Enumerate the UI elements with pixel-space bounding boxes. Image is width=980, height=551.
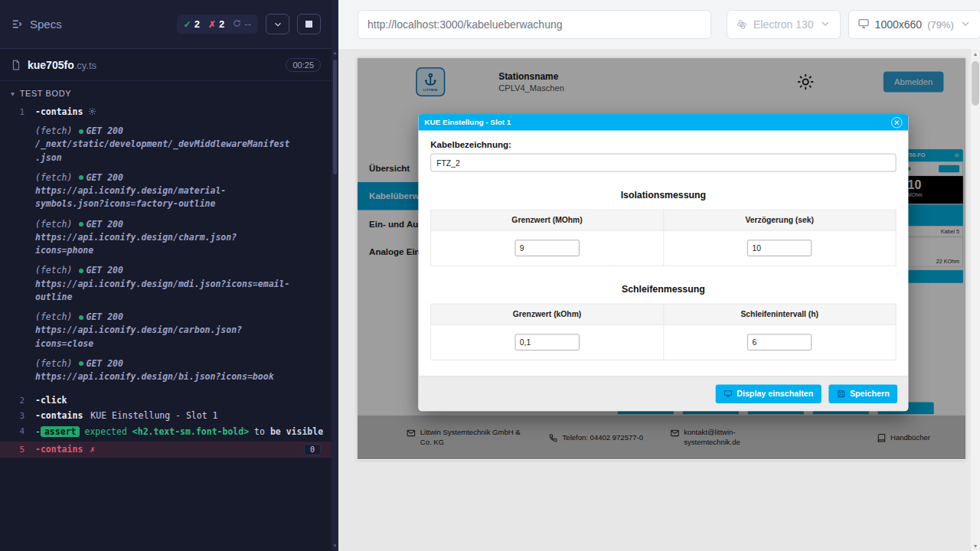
aut-viewport: LITTWIN Stationsname CPLV4_Maschen Abmel… [338, 49, 971, 551]
test-body-toggle[interactable]: ▾ TEST BODY [0, 81, 332, 103]
viewport-icon [858, 18, 870, 32]
scrollbar-thumb[interactable] [333, 60, 337, 174]
status-dot-icon [79, 129, 83, 134]
column-header: Grenzwert (MOhm) [431, 210, 664, 230]
reporter-header: Specs ✓2 ✗2 -- [0, 0, 332, 49]
command-click: -click [35, 395, 67, 406]
scrollbar-thumb[interactable] [972, 61, 979, 106]
fetch-log[interactable]: (fetch)GET 200 https://api.iconify.desig… [35, 357, 324, 384]
aut-scrollbar[interactable]: ▲ ▼ [971, 49, 980, 551]
status-dot-icon [79, 175, 83, 180]
specs-label: Specs [30, 18, 62, 31]
scroll-up-icon[interactable]: ▲ [971, 51, 980, 57]
assert-element: <h2.text-sm.font-bold> [132, 426, 249, 437]
cypress-reporter: Specs ✓2 ✗2 -- kue705fo.cy.ts 00:25 ▾ TE… [0, 0, 332, 551]
kue-app: LITTWIN Stationsname CPLV4_Maschen Abmel… [358, 58, 965, 459]
stat-failed: ✗2 [208, 18, 224, 30]
refresh-icon [233, 18, 241, 30]
stat-pending: -- [233, 18, 251, 30]
isolation-table: Grenzwert (MOhm) Verzögerung (sek) [430, 210, 896, 266]
electron-icon [736, 18, 748, 31]
command-log: 1 -contains (fetch)GET 200 /_next/static… [0, 103, 332, 551]
monitor-icon [724, 390, 733, 399]
iso-delay-input[interactable] [747, 240, 812, 256]
loop-table: Grenzwert (kOhm) Schleifenintervall (h) [430, 304, 896, 360]
isolation-section-title: Isolationsmessung [430, 190, 896, 201]
display-on-button[interactable]: Display einschalten [715, 384, 821, 403]
chevron-down-icon [819, 18, 831, 32]
address-bar: Electron 130 1000x660 (79%) [338, 0, 980, 49]
fetch-log[interactable]: (fetch)GET 200 https://api.iconify.desig… [35, 311, 324, 350]
command-row[interactable]: 3 -containsKUE Einstellung - Slot 1 [0, 408, 332, 423]
collapse-all-button[interactable] [266, 14, 289, 34]
column-header: Verzögerung (sek) [663, 210, 896, 230]
command-contains: -contains [35, 410, 83, 421]
viewport-select[interactable]: 1000x660 (79%) [848, 10, 980, 39]
spec-file-icon [11, 60, 21, 70]
status-dot-icon [79, 269, 83, 273]
gear-icon [88, 107, 96, 118]
url-input[interactable] [358, 10, 711, 39]
kue-settings-modal: KUE Einstellung - Slot 1 Kabelbezeichnun… [418, 114, 908, 411]
command-argument: KUE Einstellung - Slot 1 [90, 410, 217, 421]
scroll-down-icon[interactable]: ▼ [332, 543, 338, 548]
fetch-log[interactable]: (fetch)GET 200 /_next/static/development… [35, 125, 324, 165]
stat-passed: ✓2 [184, 18, 200, 30]
assert-badge: assert [41, 426, 80, 437]
status-dot-icon [79, 222, 83, 227]
cable-name-label: Kabelbezeichnung: [430, 139, 896, 149]
fetch-log[interactable]: (fetch)GET 200 https://api.iconify.desig… [35, 171, 324, 211]
check-icon: ✓ [184, 19, 191, 30]
modal-body: Kabelbezeichnung: Isolationsmessung Gren… [418, 130, 908, 411]
specs-toggle[interactable]: Specs [11, 18, 62, 31]
command-row[interactable]: 2 -click [0, 393, 332, 408]
command-contains: -contains [35, 106, 83, 117]
retry-count-badge: 0 [304, 444, 321, 455]
zoom-level: (79%) [927, 19, 954, 31]
status-dot-icon [79, 361, 83, 366]
reporter-scrollbar[interactable]: ▲ ▼ [332, 0, 338, 551]
column-header: Grenzwert (kOhm) [431, 304, 664, 324]
save-button[interactable]: Speichern [828, 384, 897, 403]
scroll-up-icon[interactable]: ▲ [332, 51, 338, 55]
loop-limit-input[interactable] [514, 334, 579, 350]
spec-name: kue705fo.cy.ts [28, 59, 96, 71]
command-row-failed[interactable]: 5 -contains ✗ 0 [0, 442, 332, 458]
scroll-down-icon[interactable]: ▼ [971, 543, 980, 549]
modal-title-bar: KUE Einstellung - Slot 1 [418, 114, 908, 130]
iso-limit-input[interactable] [514, 240, 579, 256]
fetch-log[interactable]: (fetch)GET 200 https://api.iconify.desig… [35, 264, 324, 304]
fail-x-icon: ✗ [90, 444, 95, 455]
modal-title: KUE Einstellung - Slot 1 [424, 118, 511, 126]
stop-icon [305, 21, 312, 28]
modal-actions: Display einschalten Speichern [418, 376, 908, 411]
chevron-down-icon [959, 18, 972, 32]
save-icon [836, 390, 845, 399]
chevron-down-icon [273, 19, 283, 30]
spec-timer: 00:25 [286, 58, 321, 72]
loop-interval-input[interactable] [747, 334, 812, 350]
column-header: Schleifenintervall (h) [663, 304, 896, 324]
cross-icon: ✗ [208, 19, 216, 30]
screen: Specs ✓2 ✗2 -- kue705fo.cy.ts 00:25 ▾ TE… [0, 0, 980, 551]
close-icon[interactable] [891, 117, 902, 128]
caret-down-icon: ▾ [11, 90, 15, 98]
browser-select[interactable]: Electron 130 [727, 10, 841, 39]
test-stats[interactable]: ✓2 ✗2 -- [177, 15, 258, 34]
command-contains-failed: -contains [35, 444, 83, 455]
loop-section-title: Schleifenmessung [430, 284, 896, 295]
cable-name-input[interactable] [430, 154, 896, 172]
app-frame: LITTWIN Stationsname CPLV4_Maschen Abmel… [358, 58, 965, 460]
specs-menu-icon [11, 18, 24, 31]
fetch-log[interactable]: (fetch)GET 200 https://api.iconify.desig… [35, 218, 324, 258]
spec-file-row[interactable]: kue705fo.cy.ts 00:25 [0, 49, 332, 81]
status-dot-icon [79, 315, 83, 320]
command-row[interactable]: 1 -contains (fetch)GET 200 /_next/static… [0, 104, 332, 393]
aut-panel: Electron 130 1000x660 (79%) LITTWIN [338, 0, 980, 551]
stop-tests-button[interactable] [297, 14, 321, 34]
command-row-assert[interactable]: 4 -assertexpected <h2.text-sm.font-bold>… [0, 423, 332, 442]
